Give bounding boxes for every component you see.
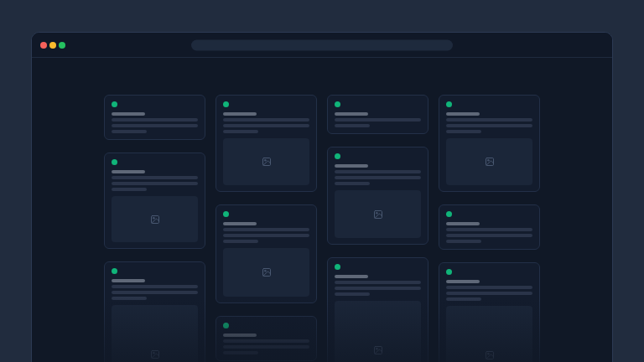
image-icon <box>262 267 272 277</box>
status-dot <box>335 153 340 159</box>
feed-column-3 <box>327 95 428 362</box>
image-placeholder <box>446 138 532 185</box>
skeleton-line <box>335 281 421 284</box>
status-dot <box>223 323 229 328</box>
card-grid <box>104 95 540 362</box>
skeleton-line <box>112 130 147 133</box>
browser-window <box>31 32 613 362</box>
feed-card[interactable] <box>104 95 205 140</box>
feed-card[interactable] <box>216 316 317 361</box>
skeleton-line <box>223 234 309 237</box>
skeleton-line <box>335 287 421 290</box>
image-placeholder <box>335 190 421 238</box>
page-content <box>32 58 612 362</box>
image-icon <box>262 157 272 167</box>
feed-card[interactable] <box>104 153 205 249</box>
feed-card[interactable] <box>327 257 428 362</box>
skeleton-line <box>223 240 258 243</box>
feed-column-1 <box>104 95 205 362</box>
status-dot <box>223 101 229 107</box>
skeleton-line <box>112 176 198 179</box>
skeleton-line <box>112 182 198 185</box>
skeleton-title <box>446 112 480 116</box>
status-dot <box>446 211 452 217</box>
skeleton-title <box>335 112 368 116</box>
skeleton-line <box>223 351 258 354</box>
feed-card[interactable] <box>216 95 317 192</box>
skeleton-title <box>446 222 480 225</box>
feed-card[interactable] <box>439 262 540 362</box>
skeleton-line <box>335 118 421 122</box>
status-dot <box>335 101 340 107</box>
skeleton-line <box>223 345 309 349</box>
address-bar[interactable] <box>191 39 453 50</box>
skeleton-title <box>335 275 368 278</box>
skeleton-line <box>223 130 258 133</box>
image-placeholder <box>223 248 309 297</box>
skeleton-line <box>446 286 532 289</box>
skeleton-line <box>223 118 309 122</box>
traffic-lights <box>40 42 65 49</box>
skeleton-title <box>223 334 257 337</box>
skeleton-title <box>223 222 257 225</box>
skeleton-line <box>335 124 370 127</box>
image-placeholder <box>112 196 198 242</box>
image-placeholder <box>223 138 309 185</box>
skeleton-line <box>446 118 532 122</box>
skeleton-line <box>112 188 147 191</box>
skeleton-line <box>112 118 198 122</box>
image-placeholder <box>446 306 532 362</box>
skeleton-line <box>335 182 370 185</box>
feed-card[interactable] <box>439 95 540 192</box>
status-dot <box>112 159 117 165</box>
skeleton-line <box>112 291 198 294</box>
image-icon <box>150 215 160 225</box>
skeleton-line <box>223 124 309 127</box>
minimize-button[interactable] <box>49 42 56 49</box>
status-dot <box>446 101 452 107</box>
image-icon <box>150 349 160 359</box>
image-icon <box>373 345 383 355</box>
image-icon <box>485 350 495 360</box>
image-icon <box>373 209 383 220</box>
image-placeholder <box>112 305 198 362</box>
close-button[interactable] <box>40 42 47 49</box>
feed-card[interactable] <box>327 95 428 134</box>
skeleton-title <box>112 112 145 116</box>
skeleton-line <box>112 297 147 300</box>
feed-column-4 <box>439 95 540 362</box>
feed-card[interactable] <box>327 147 428 245</box>
skeleton-title <box>223 112 257 116</box>
skeleton-line <box>112 124 198 127</box>
status-dot <box>112 268 117 274</box>
skeleton-line <box>223 228 309 231</box>
skeleton-line <box>446 228 532 231</box>
skeleton-line <box>112 285 198 288</box>
image-placeholder <box>335 301 421 362</box>
skeleton-title <box>112 170 145 173</box>
skeleton-title <box>335 164 368 168</box>
skeleton-line <box>446 130 481 133</box>
image-icon <box>485 157 495 167</box>
skeleton-line <box>335 292 370 296</box>
maximize-button[interactable] <box>59 42 65 49</box>
skeleton-title <box>446 280 480 283</box>
skeleton-title <box>112 279 145 282</box>
skeleton-line <box>446 297 481 301</box>
skeleton-line <box>223 339 309 343</box>
status-dot <box>335 264 340 270</box>
status-dot <box>223 211 229 217</box>
skeleton-line <box>335 170 421 173</box>
browser-title-bar <box>32 33 612 58</box>
feed-card[interactable] <box>216 204 317 303</box>
skeleton-line <box>446 234 532 237</box>
feed-card[interactable] <box>439 204 540 250</box>
skeleton-line <box>446 124 532 127</box>
skeleton-line <box>335 176 421 179</box>
skeleton-line <box>446 292 532 295</box>
skeleton-line <box>446 240 481 243</box>
feed-column-2 <box>216 95 317 362</box>
feed-card[interactable] <box>104 261 205 362</box>
status-dot <box>112 101 117 107</box>
status-dot <box>446 269 452 275</box>
